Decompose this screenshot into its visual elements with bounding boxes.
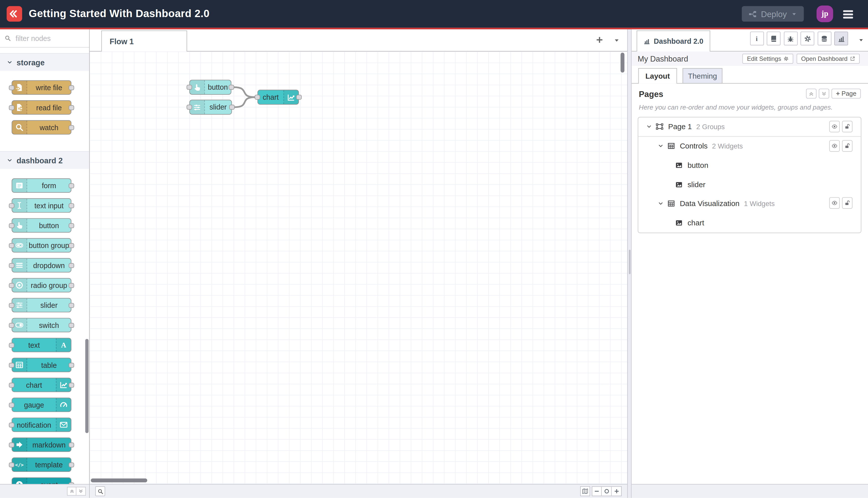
node-dropdown[interactable]: dropdown xyxy=(12,258,71,272)
node-button[interactable]: button xyxy=(189,80,231,95)
palette-category-storage[interactable]: storage xyxy=(0,53,89,71)
sidebar-tab-book[interactable] xyxy=(767,32,780,45)
input-port[interactable] xyxy=(9,323,14,328)
node-event[interactable]: event xyxy=(12,477,71,484)
flow-list-button[interactable] xyxy=(613,37,620,44)
deploy-button[interactable]: Deploy xyxy=(742,6,804,22)
flow-canvas[interactable]: buttonsliderchart xyxy=(90,52,627,484)
output-port[interactable] xyxy=(69,303,74,308)
output-port[interactable] xyxy=(69,85,74,90)
tree-row-data-visualization[interactable]: Data Visualization1 Widgets xyxy=(638,194,861,213)
splitter-drag-handle[interactable] xyxy=(629,250,630,274)
move-down-button[interactable] xyxy=(819,89,829,99)
output-port[interactable] xyxy=(229,105,235,110)
node-button[interactable]: button xyxy=(12,218,71,233)
sidebar-menu-caret[interactable] xyxy=(858,37,864,43)
node-markdown[interactable]: markdown xyxy=(12,437,71,452)
output-port[interactable] xyxy=(69,283,74,288)
filter-nodes-input[interactable] xyxy=(14,34,75,43)
chevron-down-icon[interactable] xyxy=(657,200,664,207)
node-button-group[interactable]: button group xyxy=(12,238,71,252)
node-switch[interactable]: switch xyxy=(12,318,71,332)
map-button[interactable] xyxy=(580,486,590,497)
output-port[interactable] xyxy=(69,203,74,208)
canvas-vertical-scrollbar[interactable] xyxy=(620,53,624,73)
output-port[interactable] xyxy=(69,462,74,467)
palette-category-dashboard-2[interactable]: dashboard 2 xyxy=(0,151,89,169)
input-port[interactable] xyxy=(9,263,14,268)
node-read-file[interactable]: read file xyxy=(12,100,71,115)
flowfuse-logo-icon[interactable] xyxy=(6,6,22,22)
output-port[interactable] xyxy=(69,382,74,388)
output-port[interactable] xyxy=(69,323,74,328)
node-text[interactable]: Atext xyxy=(12,338,71,352)
hamburger-icon[interactable] xyxy=(841,8,857,20)
output-port[interactable] xyxy=(69,263,74,268)
sidebar-tab-gear[interactable] xyxy=(800,32,814,45)
node-slider[interactable]: slider xyxy=(189,100,232,115)
output-port[interactable] xyxy=(69,105,74,110)
output-port[interactable] xyxy=(69,243,74,248)
input-port[interactable] xyxy=(9,342,14,348)
input-port[interactable] xyxy=(9,422,14,428)
chevron-down-icon[interactable] xyxy=(657,143,664,149)
input-port[interactable] xyxy=(9,462,14,467)
output-port[interactable] xyxy=(69,363,74,368)
sidebar-tab-info[interactable]: i xyxy=(750,32,763,45)
open-dashboard-button[interactable]: Open Dashboard xyxy=(797,54,860,64)
tree-row-controls[interactable]: Controls2 Widgets xyxy=(638,137,861,156)
node-chart[interactable]: chart xyxy=(12,378,71,392)
search-flows-button[interactable] xyxy=(95,486,105,497)
output-port[interactable] xyxy=(69,482,74,484)
tab-layout[interactable]: Layout xyxy=(638,68,677,84)
input-port[interactable] xyxy=(9,283,14,288)
input-port[interactable] xyxy=(9,105,14,110)
output-port[interactable] xyxy=(229,85,234,90)
tree-row-slider[interactable]: slider xyxy=(638,175,861,194)
canvas-horizontal-scrollbar[interactable] xyxy=(91,479,147,482)
tree-row-button[interactable]: button xyxy=(638,156,861,175)
add-flow-button[interactable] xyxy=(595,36,604,44)
tab-theming[interactable]: Theming xyxy=(683,68,723,84)
tab-flow-1[interactable]: Flow 1 xyxy=(101,30,187,52)
output-port[interactable] xyxy=(296,95,302,100)
node-text-input[interactable]: text input xyxy=(12,198,71,212)
wire-slider-to-chart[interactable] xyxy=(235,97,255,107)
node-template[interactable]: </>template xyxy=(12,458,71,472)
chevron-down-icon[interactable] xyxy=(646,123,652,130)
unlock-button[interactable] xyxy=(842,140,852,152)
input-port[interactable] xyxy=(9,203,14,208)
input-port[interactable] xyxy=(187,105,192,110)
node-gauge[interactable]: gauge xyxy=(12,398,71,412)
input-port[interactable] xyxy=(9,223,14,228)
node-watch[interactable]: watch xyxy=(12,120,71,134)
output-port[interactable] xyxy=(69,183,74,188)
output-port[interactable] xyxy=(69,223,74,228)
double-chevron-down-button[interactable] xyxy=(76,487,86,496)
add-page-button[interactable]: + Page xyxy=(831,89,861,99)
zoom-in-button[interactable] xyxy=(612,486,622,497)
sidebar-tab-context-data[interactable] xyxy=(817,32,831,45)
sidebar-tab-bar-chart[interactable] xyxy=(834,32,848,45)
node-table[interactable]: table xyxy=(12,358,71,372)
tree-row-page-1[interactable]: Page 12 Groups xyxy=(638,117,861,136)
input-port[interactable] xyxy=(9,303,14,308)
avatar[interactable]: jp xyxy=(816,5,833,22)
input-port[interactable] xyxy=(9,243,14,248)
input-port[interactable] xyxy=(255,95,260,100)
node-notification[interactable]: notification xyxy=(12,418,71,432)
caret-down-icon[interactable] xyxy=(791,11,797,17)
edit-settings-button[interactable]: Edit Settings xyxy=(743,54,793,64)
palette-scrollbar[interactable] xyxy=(85,339,89,433)
node-write-file[interactable]: write file xyxy=(12,80,71,95)
eye-button[interactable] xyxy=(829,197,840,209)
input-port[interactable] xyxy=(9,382,14,388)
eye-button[interactable] xyxy=(829,140,840,152)
sidebar-tab-bug[interactable] xyxy=(784,32,798,45)
zoom-reset-button[interactable] xyxy=(602,486,612,497)
unlock-button[interactable] xyxy=(842,121,852,132)
output-port[interactable] xyxy=(69,125,74,130)
tree-row-chart[interactable]: chart xyxy=(638,213,861,233)
input-port[interactable] xyxy=(187,85,192,90)
wire-button-to-chart[interactable] xyxy=(234,87,255,97)
